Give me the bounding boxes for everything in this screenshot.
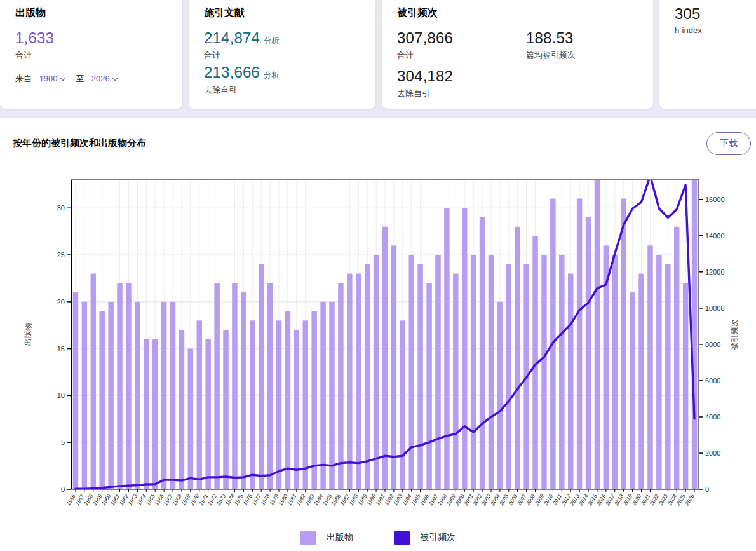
year-label-2004: 2004	[489, 493, 501, 507]
publications-bar-2000[interactable]	[462, 208, 468, 489]
year-label-2007: 2007	[515, 493, 527, 507]
publications-bar-1980[interactable]	[285, 311, 291, 489]
times-cited-total-label: 合计	[397, 50, 414, 61]
publications-bar-1959[interactable]	[99, 311, 105, 489]
publications-bar-1979[interactable]	[276, 320, 282, 489]
publications-bar-1961[interactable]	[117, 283, 123, 489]
times-cited-total: 307,866	[397, 29, 453, 47]
publications-bar-2014[interactable]	[586, 217, 591, 489]
publications-bar-1991[interactable]	[382, 227, 388, 489]
publications-bar-2020[interactable]	[638, 274, 644, 489]
times-cited-average: 188.53	[526, 29, 574, 47]
publications-bar-2002[interactable]	[480, 217, 485, 489]
from-label: 来自	[15, 74, 32, 83]
publications-bar-1994[interactable]	[408, 255, 414, 489]
publications-total-label: 合计	[15, 50, 32, 61]
left-tick-label: 15	[57, 345, 65, 353]
publications-bar-1990[interactable]	[374, 255, 379, 489]
publications-bar-2019[interactable]	[630, 292, 635, 489]
publications-bar-2004[interactable]	[497, 302, 503, 489]
publications-bar-1972[interactable]	[214, 283, 220, 489]
publications-bar-1985[interactable]	[329, 302, 335, 489]
publications-bar-1957[interactable]	[82, 302, 88, 489]
publications-bar-2012[interactable]	[568, 274, 574, 489]
publications-bar-2022[interactable]	[656, 255, 662, 489]
publications-bar-2011[interactable]	[559, 255, 565, 489]
publications-bar-1989[interactable]	[365, 264, 370, 489]
publications-bar-1982[interactable]	[303, 320, 309, 489]
citing-without-self-link[interactable]: 213,666	[204, 64, 260, 81]
publications-bar-1996[interactable]	[426, 283, 432, 489]
publications-bar-2005[interactable]	[506, 264, 512, 489]
publications-bar-1986[interactable]	[338, 283, 344, 489]
publications-bar-1998[interactable]	[444, 208, 450, 489]
publications-bar-1963[interactable]	[135, 302, 140, 489]
publications-bar-1981[interactable]	[294, 330, 300, 489]
publications-bar-1974[interactable]	[232, 283, 238, 489]
publications-bar-1967[interactable]	[170, 302, 176, 489]
publications-bar-1971[interactable]	[205, 339, 211, 489]
publications-bar-1988[interactable]	[356, 274, 361, 489]
publications-bar-2023[interactable]	[665, 264, 671, 489]
year-label-2014: 2014	[577, 493, 590, 507]
publications-bar-2015[interactable]	[595, 180, 600, 489]
year-label-2018: 2018	[612, 493, 624, 507]
citing-total-link[interactable]: 214,874	[204, 29, 260, 46]
publications-bar-2009[interactable]	[541, 255, 547, 489]
publications-legend-swatch	[300, 531, 316, 545]
times-cited-without-self-label: 去除自引	[397, 88, 430, 99]
citing-total-analyze-link[interactable]: 分析	[264, 36, 279, 45]
citing-without-self-analyze-link[interactable]: 分析	[264, 71, 279, 79]
publications-total-link[interactable]: 1,633	[15, 29, 54, 47]
publications-bar-2021[interactable]	[647, 245, 653, 489]
publications-bar-1984[interactable]	[320, 302, 326, 489]
publications-year-range: 来自 1900 至 2026	[15, 73, 117, 85]
download-button[interactable]: 下载	[706, 132, 751, 155]
right-axis-title: 被引频次	[730, 320, 739, 351]
publications-bar-1958[interactable]	[91, 274, 97, 489]
publications-bar-1970[interactable]	[197, 320, 203, 489]
publications-bar-2001[interactable]	[471, 255, 476, 489]
publications-bar-2006[interactable]	[515, 227, 520, 489]
publications-bar-1997[interactable]	[435, 255, 441, 489]
publications-bar-1956[interactable]	[73, 292, 79, 489]
year-label-2016: 2016	[595, 493, 607, 507]
year-label-2001: 2001	[462, 493, 475, 507]
publications-bar-1969[interactable]	[188, 349, 194, 489]
publications-bar-1966[interactable]	[161, 302, 167, 489]
publications-bar-2017[interactable]	[612, 255, 618, 489]
publications-bar-2003[interactable]	[489, 255, 494, 489]
publications-bar-1964[interactable]	[144, 339, 149, 489]
publications-bar-1992[interactable]	[391, 245, 397, 489]
publications-bar-1978[interactable]	[267, 283, 273, 489]
publications-bar-1993[interactable]	[400, 320, 406, 489]
publications-bar-1975[interactable]	[241, 292, 246, 489]
left-axis-title: 出版物	[24, 323, 32, 346]
publications-bar-1983[interactable]	[311, 311, 317, 489]
publications-bar-1995[interactable]	[417, 264, 423, 489]
publications-bar-2024[interactable]	[674, 227, 680, 489]
publications-bar-1973[interactable]	[223, 330, 229, 489]
publications-bar-1999[interactable]	[453, 274, 459, 489]
publications-bar-1965[interactable]	[152, 339, 158, 489]
publications-bar-1960[interactable]	[108, 302, 114, 489]
left-tick-label: 0	[61, 486, 65, 493]
right-tick-label: 14000	[705, 232, 725, 240]
year-label-2003: 2003	[480, 493, 492, 507]
publications-bar-1962[interactable]	[126, 283, 132, 489]
publications-bar-1987[interactable]	[347, 274, 353, 489]
from-year-dropdown[interactable]: 1900	[39, 74, 65, 83]
publications-bar-2018[interactable]	[621, 199, 626, 489]
publications-bar-2013[interactable]	[577, 199, 583, 489]
publications-bar-1977[interactable]	[259, 264, 264, 489]
publications-bar-2026[interactable]	[692, 180, 698, 489]
publications-bar-2025[interactable]	[683, 283, 689, 489]
citing-total-label: 合计	[204, 50, 220, 61]
legend-item-publications[interactable]: 出版物	[300, 531, 353, 545]
publications-bar-1968[interactable]	[179, 330, 185, 489]
to-year-dropdown[interactable]: 2026	[91, 74, 117, 83]
publications-bar-1976[interactable]	[250, 320, 255, 489]
left-tick-label: 20	[57, 298, 65, 306]
year-label-2023: 2023	[657, 493, 669, 507]
legend-item-citations[interactable]: 被引频次	[394, 531, 456, 545]
